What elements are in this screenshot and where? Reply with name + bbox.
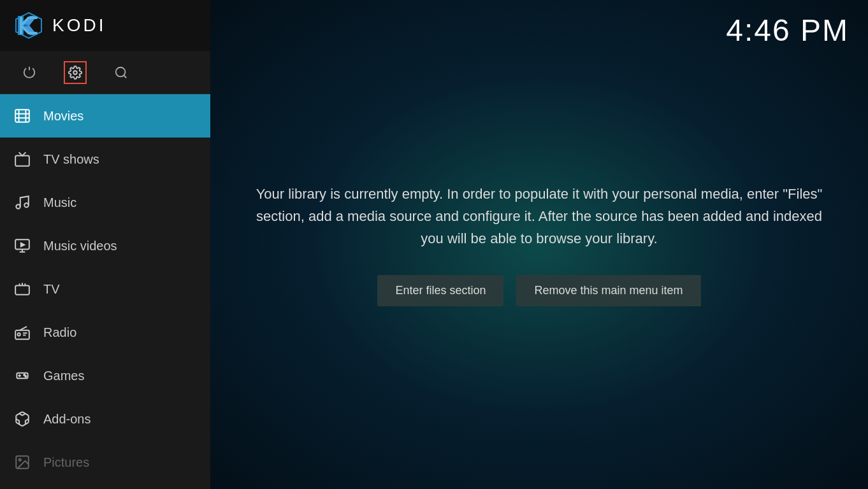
svg-point-15 bbox=[24, 203, 29, 208]
clock: 4:46 PM bbox=[726, 13, 849, 48]
content-area: Your library is currently empty. In orde… bbox=[210, 0, 868, 489]
sidebar-item-movies[interactable]: Movies bbox=[0, 94, 210, 138]
sidebar-item-music-videos-label: Music videos bbox=[43, 239, 117, 253]
power-button[interactable] bbox=[18, 61, 41, 84]
sidebar-item-movies-label: Movies bbox=[43, 109, 83, 124]
sidebar-item-tv-shows-label: TV shows bbox=[43, 152, 99, 167]
settings-button[interactable] bbox=[64, 61, 87, 84]
search-button[interactable] bbox=[110, 61, 133, 84]
music-icon bbox=[13, 194, 32, 211]
svg-point-30 bbox=[19, 459, 21, 461]
logo-bar: KODI bbox=[0, 0, 210, 51]
sidebar-item-games-label: Games bbox=[43, 369, 84, 383]
sidebar-item-tv-shows[interactable]: TV shows bbox=[0, 138, 210, 181]
pictures-icon bbox=[13, 454, 32, 471]
remove-menu-item-button[interactable]: Remove this main menu item bbox=[516, 275, 700, 306]
sidebar-item-pictures-label: Pictures bbox=[43, 455, 89, 470]
tv-icon bbox=[13, 281, 32, 297]
svg-rect-20 bbox=[15, 286, 29, 295]
tv-shows-icon bbox=[13, 151, 32, 167]
enter-files-section-button[interactable]: Enter files section bbox=[377, 275, 503, 306]
movies-icon bbox=[13, 108, 32, 124]
sidebar-item-games[interactable]: Games bbox=[0, 354, 210, 397]
add-ons-icon bbox=[13, 411, 32, 427]
sidebar-item-add-ons[interactable]: Add-ons bbox=[0, 397, 210, 441]
games-icon bbox=[13, 367, 32, 384]
svg-point-22 bbox=[17, 333, 20, 336]
svg-point-6 bbox=[116, 67, 126, 76]
toolbar bbox=[0, 51, 210, 94]
sidebar-item-music-videos[interactable]: Music videos bbox=[0, 224, 210, 267]
svg-point-5 bbox=[73, 71, 77, 74]
sidebar-item-music[interactable]: Music bbox=[0, 181, 210, 224]
app-title: KODI bbox=[52, 15, 106, 36]
svg-rect-8 bbox=[15, 110, 29, 122]
nav-menu: Movies TV shows Music bbox=[0, 94, 210, 489]
kodi-logo bbox=[13, 10, 45, 41]
main-content: 4:46 PM Your library is currently empty.… bbox=[210, 0, 868, 489]
action-buttons: Enter files section Remove this main men… bbox=[377, 275, 700, 306]
sidebar-item-add-ons-label: Add-ons bbox=[43, 412, 91, 427]
music-videos-icon bbox=[13, 237, 32, 254]
sidebar-item-pictures[interactable]: Pictures bbox=[0, 441, 210, 484]
radio-icon bbox=[13, 324, 32, 341]
svg-point-28 bbox=[25, 376, 26, 377]
empty-library-message: Your library is currently empty. In orde… bbox=[252, 183, 826, 250]
sidebar-item-radio-label: Radio bbox=[43, 325, 76, 340]
sidebar: KODI bbox=[0, 0, 210, 489]
sidebar-item-radio[interactable]: Radio bbox=[0, 311, 210, 354]
svg-line-7 bbox=[124, 75, 126, 78]
svg-rect-13 bbox=[15, 156, 29, 166]
sidebar-item-tv[interactable]: TV bbox=[0, 267, 210, 311]
svg-point-14 bbox=[16, 204, 20, 209]
sidebar-item-music-label: Music bbox=[43, 195, 76, 210]
svg-marker-19 bbox=[21, 243, 24, 246]
sidebar-item-tv-label: TV bbox=[43, 282, 60, 297]
